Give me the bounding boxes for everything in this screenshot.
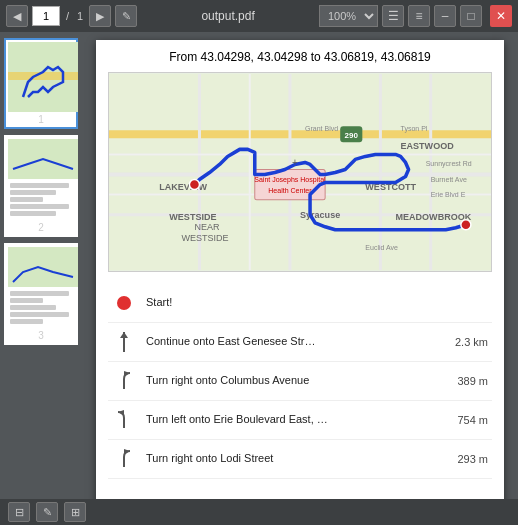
nav-forward-button[interactable]: ▶ (89, 5, 111, 27)
svg-marker-39 (120, 332, 128, 338)
thumb-map-2 (8, 139, 78, 179)
svg-text:NEAR: NEAR (194, 222, 220, 232)
edit-button[interactable]: ✎ (115, 5, 137, 27)
svg-rect-3 (8, 247, 78, 287)
direction-4-text: Turn right onto Lodi Street (146, 451, 447, 466)
straight-icon (112, 330, 136, 354)
svg-text:WESTSIDE: WESTSIDE (169, 212, 216, 222)
directions-list: Start! Continue onto East Genesee Str… 2… (108, 284, 492, 479)
direction-2-text: Turn right onto Columbus Avenue (146, 373, 447, 388)
bottom-btn-2[interactable]: ✎ (36, 502, 58, 522)
zoom-select[interactable]: 100% 75% 150% (319, 5, 378, 27)
direction-3-dist: 754 m (457, 414, 488, 426)
svg-text:Erie Blvd E: Erie Blvd E (431, 191, 466, 198)
direction-2: Turn right onto Columbus Avenue 389 m (108, 362, 492, 401)
svg-text:+: + (292, 157, 298, 168)
svg-text:LAKEVIEW: LAKEVIEW (159, 182, 207, 192)
pdf-page-area: From 43.04298, 43.04298 to 43.06819, 43.… (82, 32, 518, 499)
svg-text:Tyson Pl: Tyson Pl (401, 125, 428, 133)
svg-text:EASTWOOD: EASTWOOD (401, 141, 455, 151)
page-2-label: 2 (8, 222, 74, 233)
direction-4-dist: 293 m (457, 453, 488, 465)
main-content: 1 2 (0, 32, 518, 499)
bottom-bar: ⊟ ✎ ⊞ (0, 499, 518, 525)
svg-text:WESTSIDE: WESTSIDE (181, 233, 228, 243)
thumbnail-page-2[interactable]: 2 (4, 135, 78, 237)
svg-text:290: 290 (345, 131, 359, 140)
svg-text:MEADOWBROOK: MEADOWBROOK (395, 212, 471, 222)
thumbnail-page-1[interactable]: 1 (4, 38, 78, 129)
start-dot-icon (117, 296, 131, 310)
svg-point-36 (461, 220, 471, 230)
turn-right-icon (112, 369, 136, 393)
direction-4: Turn right onto Lodi Street 293 m (108, 440, 492, 479)
svg-text:Health Center: Health Center (268, 187, 312, 194)
toolbar-right: 100% 75% 150% ☰ ≡ – □ ✕ (319, 5, 512, 27)
thumb-map-3 (8, 247, 78, 287)
thumb-dir-2 (8, 179, 78, 220)
svg-text:Saint Josephs Hospital: Saint Josephs Hospital (254, 176, 326, 184)
direction-3: Turn left onto Erie Boulevard East, … 75… (108, 401, 492, 440)
direction-1-dist: 2.3 km (455, 336, 488, 348)
minimize-button[interactable]: – (434, 5, 456, 27)
direction-1-text: Continue onto East Genesee Str… (146, 334, 445, 349)
thumbnail-page-3[interactable]: 3 (4, 243, 78, 345)
turn-right-2-icon (112, 447, 136, 471)
svg-text:Syracuse: Syracuse (300, 210, 340, 220)
svg-text:Sunnycrest Rd: Sunnycrest Rd (426, 160, 472, 168)
direction-start-text: Start! (146, 295, 478, 310)
svg-text:Grant Blvd: Grant Blvd (305, 125, 338, 132)
direction-1: Continue onto East Genesee Str… 2.3 km (108, 323, 492, 362)
route-map: 290 LAKEVIEW EASTWOOD NEAR WESTSIDE WEST… (108, 72, 492, 272)
page-separator: / (66, 10, 69, 22)
toolbar: ◀ / 1 ▶ ✎ output.pdf 100% 75% 150% ☰ ≡ –… (0, 0, 518, 32)
sidebar: 1 2 (0, 32, 82, 499)
nav-back-button[interactable]: ◀ (6, 5, 28, 27)
menu-button[interactable]: ≡ (408, 5, 430, 27)
svg-text:Burnett Ave: Burnett Ave (431, 176, 467, 183)
page-number-input[interactable] (32, 6, 60, 26)
page-total: 1 (77, 10, 83, 22)
search-button[interactable]: ☰ (382, 5, 404, 27)
toolbar-left: ◀ / 1 ▶ ✎ (6, 5, 137, 27)
thumb-dir-3 (8, 287, 78, 328)
turn-left-icon (112, 408, 136, 432)
start-icon (112, 291, 136, 315)
thumb-map-1 (8, 42, 78, 112)
pdf-page: From 43.04298, 43.04298 to 43.06819, 43.… (96, 40, 504, 499)
pdf-title: From 43.04298, 43.04298 to 43.06819, 43.… (108, 50, 492, 64)
direction-2-dist: 389 m (457, 375, 488, 387)
svg-text:Euclid Ave: Euclid Ave (365, 244, 398, 251)
svg-point-35 (189, 180, 199, 190)
maximize-button[interactable]: □ (460, 5, 482, 27)
page-1-label: 1 (8, 114, 74, 125)
bottom-btn-3[interactable]: ⊞ (64, 502, 86, 522)
bottom-btn-1[interactable]: ⊟ (8, 502, 30, 522)
direction-start: Start! (108, 284, 492, 323)
direction-3-text: Turn left onto Erie Boulevard East, … (146, 412, 447, 427)
page-3-label: 3 (8, 330, 74, 341)
document-title: output.pdf (141, 9, 315, 23)
close-button[interactable]: ✕ (490, 5, 512, 27)
